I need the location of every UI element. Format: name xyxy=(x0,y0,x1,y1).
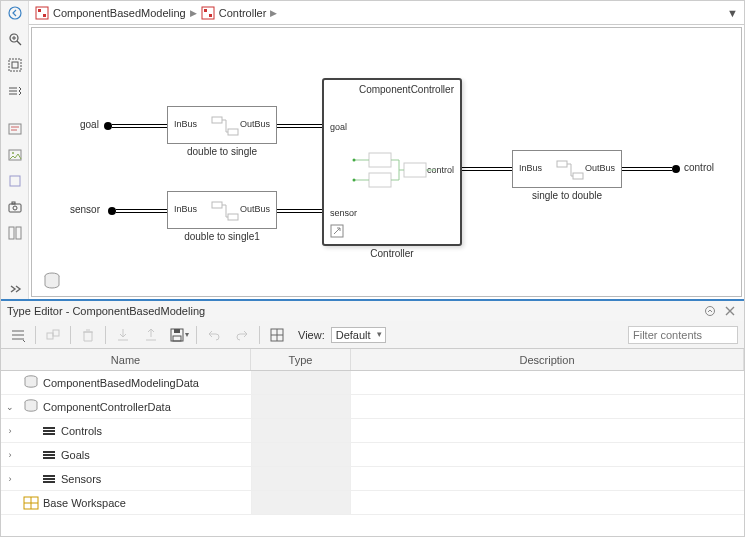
controller-preview-icon xyxy=(349,145,439,195)
breadcrumb-root[interactable]: ComponentBasedModeling xyxy=(53,7,186,19)
outport-control[interactable] xyxy=(672,165,680,173)
svg-rect-25 xyxy=(228,129,238,135)
col-desc[interactable]: Description xyxy=(351,349,744,370)
block-in-label: InBus xyxy=(174,204,197,214)
svg-rect-42 xyxy=(173,336,181,341)
fit-view-icon[interactable] xyxy=(5,55,25,75)
block-double-to-single1[interactable]: InBus OutBus xyxy=(167,191,277,229)
svg-rect-29 xyxy=(369,173,391,187)
left-toolbar xyxy=(1,1,29,299)
svg-rect-22 xyxy=(204,9,207,12)
save-icon[interactable]: ▾ xyxy=(168,324,190,346)
svg-rect-6 xyxy=(12,62,18,68)
expander-icon[interactable]: › xyxy=(5,426,15,436)
breadcrumb-menu-icon[interactable]: ▼ xyxy=(727,7,738,19)
block-out-label: OutBus xyxy=(585,163,615,173)
image-icon[interactable] xyxy=(5,145,25,165)
tree-row-label: Goals xyxy=(61,449,90,461)
svg-rect-24 xyxy=(212,117,222,123)
breadcrumb: ComponentBasedModeling ▶ Controller ▶ ▼ xyxy=(29,1,744,25)
filter-input[interactable] xyxy=(628,326,738,344)
breadcrumb-current[interactable]: Controller xyxy=(219,7,267,19)
ctrl-port-sensor: sensor xyxy=(330,208,357,218)
tree-row[interactable]: ⌄ComponentControllerData xyxy=(1,395,744,419)
close-icon[interactable] xyxy=(722,303,738,319)
expander-icon[interactable]: › xyxy=(5,450,15,460)
chevron-right-icon: ▶ xyxy=(270,8,277,18)
svg-rect-34 xyxy=(557,161,567,167)
toggle-icon[interactable] xyxy=(5,81,25,101)
tree-row[interactable]: Base Workspace xyxy=(1,491,744,515)
bus-icon xyxy=(41,424,57,438)
block-caption: Controller xyxy=(322,248,462,259)
col-name[interactable]: Name xyxy=(1,349,251,370)
view-select[interactable]: Default xyxy=(331,327,386,343)
tree-row[interactable]: ComponentBasedModelingData xyxy=(1,371,744,395)
annotation-icon[interactable] xyxy=(5,119,25,139)
block-single-to-double[interactable]: InBus OutBus xyxy=(512,150,622,188)
block-controller[interactable]: ComponentController goal sensor control xyxy=(322,78,462,246)
reorder-icon[interactable] xyxy=(266,324,288,346)
dict-icon xyxy=(23,375,39,391)
svg-point-14 xyxy=(13,206,17,210)
tree-row[interactable]: ›Sensors xyxy=(1,467,744,491)
svg-rect-5 xyxy=(9,59,21,71)
ctrl-port-goal: goal xyxy=(330,122,347,132)
tree-row[interactable]: ›Controls xyxy=(1,419,744,443)
svg-rect-12 xyxy=(10,176,20,186)
expand-icon[interactable] xyxy=(5,279,25,299)
svg-rect-30 xyxy=(404,163,426,177)
svg-point-32 xyxy=(353,179,356,182)
zoom-in-icon[interactable] xyxy=(5,29,25,49)
expander-icon[interactable]: › xyxy=(5,474,15,484)
inport-sensor[interactable] xyxy=(108,207,116,215)
expander-icon[interactable]: ⌄ xyxy=(5,402,15,412)
redo-icon xyxy=(231,324,253,346)
dict-icon xyxy=(23,399,39,415)
model-ref-badge-icon xyxy=(330,224,344,238)
svg-rect-21 xyxy=(202,7,214,19)
svg-rect-20 xyxy=(43,14,46,17)
snapshot-icon[interactable] xyxy=(5,197,25,217)
tree-row-label: Base Workspace xyxy=(43,497,126,509)
svg-point-11 xyxy=(12,152,14,154)
minimize-icon[interactable] xyxy=(702,303,718,319)
chevron-right-icon: ▶ xyxy=(190,8,197,18)
col-type[interactable]: Type xyxy=(251,349,351,370)
panel-title: Type Editor - ComponentBasedModeling xyxy=(7,305,205,317)
model-canvas[interactable]: goal sensor InBus OutBus double to singl… xyxy=(31,27,742,297)
block-in-label: InBus xyxy=(174,119,197,129)
model-icon xyxy=(35,6,49,20)
tree-row-label: ComponentBasedModelingData xyxy=(43,377,199,389)
ws-icon xyxy=(23,496,39,510)
delete-icon xyxy=(77,324,99,346)
tree-row-label: Sensors xyxy=(61,473,101,485)
block-caption: double to single xyxy=(167,146,277,157)
tree-row-label: ComponentControllerData xyxy=(43,401,171,413)
inport-goal[interactable] xyxy=(104,122,112,130)
tree-row[interactable]: ›Goals xyxy=(1,443,744,467)
svg-rect-26 xyxy=(212,202,222,208)
svg-rect-38 xyxy=(47,333,53,339)
block-caption: double to single1 xyxy=(167,231,277,242)
block-caption: single to double xyxy=(512,190,622,201)
svg-rect-28 xyxy=(369,153,391,167)
block-in-label: InBus xyxy=(519,163,542,173)
area-icon[interactable] xyxy=(5,171,25,191)
model-icon xyxy=(201,6,215,20)
data-dictionary-icon[interactable] xyxy=(42,272,62,290)
filter-input-wrap xyxy=(628,326,738,344)
svg-rect-15 xyxy=(12,202,15,204)
controller-title: ComponentController xyxy=(324,80,460,99)
panel-icon[interactable] xyxy=(5,223,25,243)
block-out-label: OutBus xyxy=(240,204,270,214)
svg-rect-18 xyxy=(36,7,48,19)
filter-menu-icon[interactable] xyxy=(7,324,29,346)
svg-point-37 xyxy=(706,307,715,316)
nav-back-icon[interactable] xyxy=(5,3,25,23)
svg-rect-27 xyxy=(228,214,238,220)
block-double-to-single[interactable]: InBus OutBus xyxy=(167,106,277,144)
tree-row-label: Controls xyxy=(61,425,102,437)
outport-control-label: control xyxy=(684,162,714,173)
svg-rect-16 xyxy=(9,227,14,239)
